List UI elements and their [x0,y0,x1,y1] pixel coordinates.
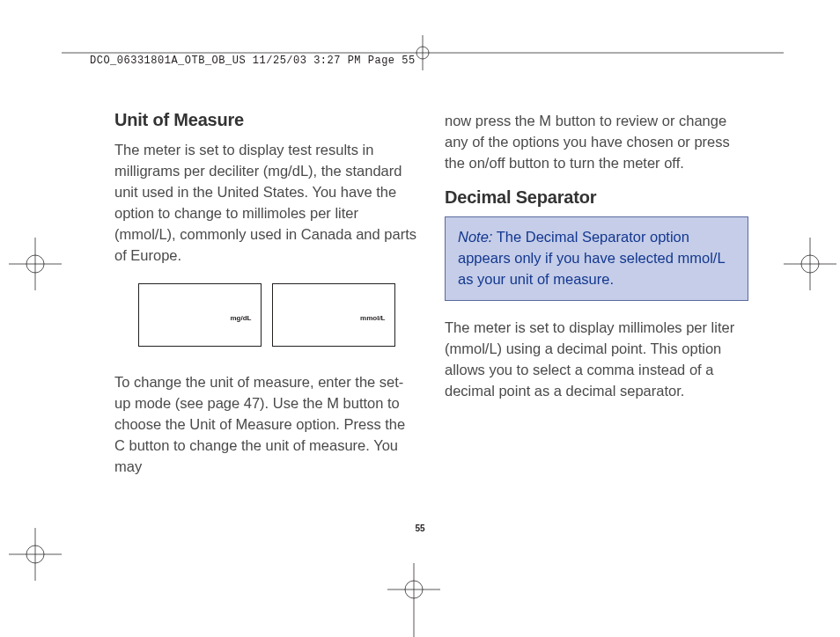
left-column: Unit of Measure The meter is set to disp… [114,110,418,491]
crop-mark-top [62,35,836,79]
right-column: now press the M button to review or chan… [445,110,748,491]
note-body: The Decimal Separator option appears onl… [458,229,725,287]
crop-mark-right [784,238,836,290]
decimal-paragraph: The meter is set to display millimoles p… [445,317,748,401]
heading-decimal-separator: Decimal Separator [445,187,748,208]
page-number: 55 [0,524,840,533]
screen-mgdl: mg/dL [138,283,262,347]
screen-label-mgdl: mg/dL [231,314,252,322]
screen-label-mmoll: mmol/L [360,314,385,322]
unit-intro-paragraph: The meter is set to display test results… [114,139,418,266]
crop-mark-bottom-left [9,528,62,581]
note-box: Note: The Decimal Separator option appea… [445,216,748,301]
lcd-screens: mg/dL mmol/L [114,283,418,347]
crop-mark-left [9,238,62,290]
note-text: Note: The Decimal Separator option appea… [458,226,735,289]
screen-mmoll: mmol/L [272,283,395,347]
unit-change-paragraph: To change the unit of measure, enter the… [114,371,418,477]
crop-mark-bottom-center [387,563,440,637]
note-label: Note: [458,229,492,245]
unit-continuation-paragraph: now press the M button to review or chan… [445,110,748,173]
page-content: Unit of Measure The meter is set to disp… [114,110,748,491]
heading-unit-of-measure: Unit of Measure [114,110,418,130]
